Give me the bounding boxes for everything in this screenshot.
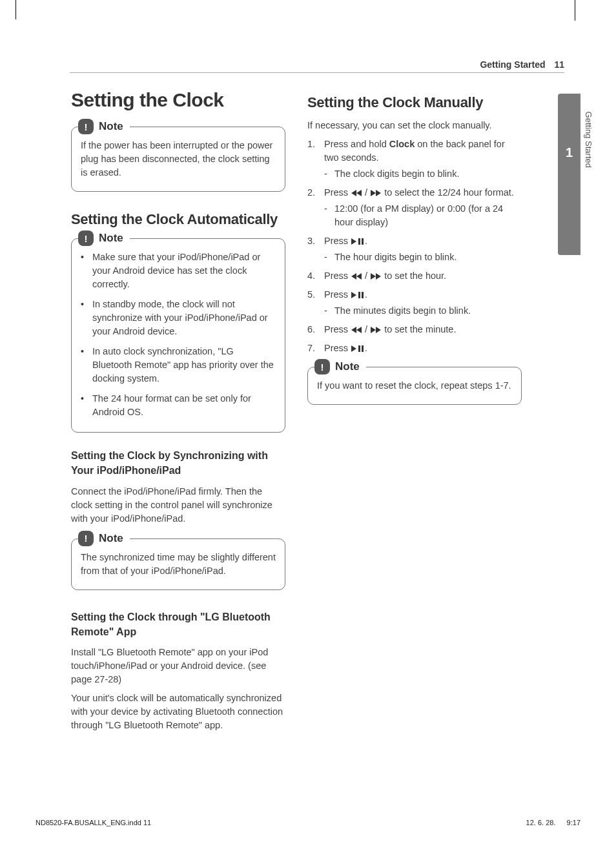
h2-auto: Setting the Clock Automatically xyxy=(71,211,285,228)
step-1: Press and hold Clock on the back panel f… xyxy=(307,138,522,181)
play-pause-icon xyxy=(351,236,365,246)
note-label: Note xyxy=(335,360,360,373)
svg-rect-0 xyxy=(358,238,360,245)
section-name: Getting Started xyxy=(480,59,545,70)
note-bullet: In standby mode, the clock will not sync… xyxy=(81,298,276,338)
manual-steps: Press and hold Clock on the back panel f… xyxy=(307,138,522,355)
h2-manual: Setting the Clock Manually xyxy=(307,94,522,111)
skip-back-icon xyxy=(351,324,362,334)
skip-back-icon xyxy=(351,187,362,198)
paragraph: If necessary, you can set the clock manu… xyxy=(307,119,522,132)
skip-back-icon xyxy=(351,271,362,281)
header-rule xyxy=(70,72,564,73)
page: Getting Started 11 1 Getting Started Set… xyxy=(0,0,616,851)
paragraph: Install "LG Bluetooth Remote" app on you… xyxy=(71,646,285,686)
note-text: If you want to reset the clock, repeat s… xyxy=(317,379,512,393)
note-bullet: Make sure that your iPod/iPhone/iPad or … xyxy=(81,251,276,291)
step-sub: The minutes digits begin to blink. xyxy=(324,304,522,318)
note-text: If the power has been interrupted or the… xyxy=(81,139,276,179)
step-7: Press . xyxy=(307,342,522,355)
chapter-tab: 1 xyxy=(558,94,580,255)
svg-rect-4 xyxy=(358,345,360,352)
step-sub: The clock digits begin to blink. xyxy=(324,167,522,181)
note-label: Note xyxy=(99,120,123,133)
h1-setting-clock: Setting the Clock xyxy=(71,89,285,111)
info-icon: ! xyxy=(314,359,330,374)
note-text: The synchronized time may be slightly di… xyxy=(81,551,276,578)
page-number: 11 xyxy=(554,59,564,70)
footer: ND8520-FA.BUSALLK_ENG.indd 11 12. 6. 28.… xyxy=(36,819,580,826)
footer-file: ND8520-FA.BUSALLK_ENG.indd 11 xyxy=(36,819,151,826)
paragraph: Connect the iPod/iPhone/iPad firmly. The… xyxy=(71,485,285,526)
running-header: Getting Started 11 xyxy=(480,59,564,70)
step-2: Press / to select the 12/24 hour format.… xyxy=(307,186,522,229)
h3-sync-ipod: Setting the Clock by Synchronizing with … xyxy=(71,448,285,478)
svg-rect-1 xyxy=(362,238,364,245)
info-icon: ! xyxy=(78,231,94,246)
svg-rect-3 xyxy=(362,292,364,298)
info-icon: ! xyxy=(78,531,94,546)
step-3: Press . The hour digits begin to blink. xyxy=(307,234,522,264)
step-sub: The hour digits begin to blink. xyxy=(324,251,522,264)
step-4: Press / to set the hour. xyxy=(307,269,522,283)
right-column: Setting the Clock Manually If necessary,… xyxy=(307,89,522,737)
note-box-sync: ! Note The synchronized time may be slig… xyxy=(71,538,285,590)
skip-forward-icon xyxy=(370,187,382,198)
note-label: Note xyxy=(99,232,123,245)
chapter-number: 1 xyxy=(558,94,580,160)
skip-forward-icon xyxy=(370,324,382,334)
skip-forward-icon xyxy=(370,271,382,281)
note-bullet: In auto clock synchronization, "LG Bluet… xyxy=(81,345,276,385)
step-6: Press / to set the minute. xyxy=(307,323,522,336)
chapter-tab-label: Getting Started xyxy=(584,112,593,168)
note-bullet: The 24 hour format can be set only for A… xyxy=(81,392,276,419)
play-pause-icon xyxy=(351,289,365,300)
note-box-auto: ! Note Make sure that your iPod/iPhone/i… xyxy=(71,238,285,433)
svg-rect-2 xyxy=(358,292,360,298)
info-icon: ! xyxy=(78,119,94,134)
note-label: Note xyxy=(99,532,123,545)
play-pause-icon xyxy=(351,343,365,353)
paragraph: Your unit's clock will be automatically … xyxy=(71,692,285,732)
note-box-reset: ! Note If you want to reset the clock, r… xyxy=(307,367,522,405)
step-5: Press . The minutes digits begin to blin… xyxy=(307,288,522,318)
left-column: Setting the Clock ! Note If the power ha… xyxy=(71,89,285,737)
footer-date: 12. 6. 28. 9:17 xyxy=(526,819,580,826)
note-box-power: ! Note If the power has been interrupted… xyxy=(71,127,285,192)
svg-rect-5 xyxy=(362,345,364,352)
h3-bt-app: Setting the Clock through "LG Bluetooth … xyxy=(71,610,285,639)
step-sub: 12:00 (for a PM display) or 0:00 (for a … xyxy=(324,202,522,229)
